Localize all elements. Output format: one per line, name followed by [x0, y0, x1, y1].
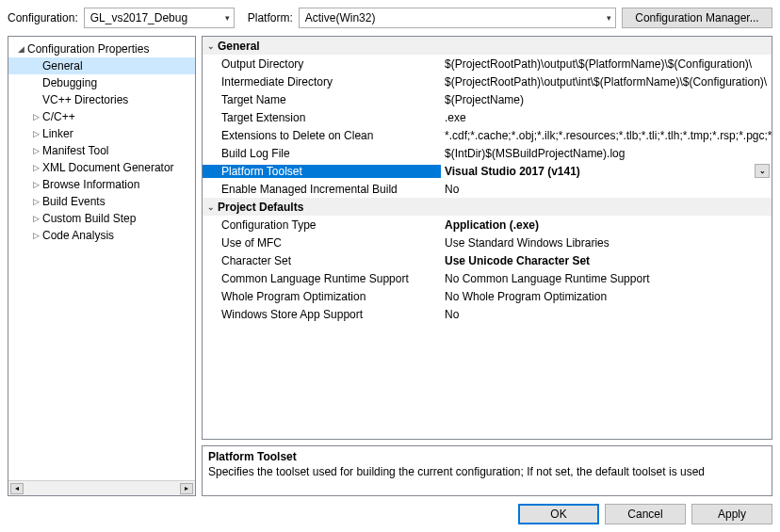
property-row[interactable]: Platform ToolsetVisual Studio 2017 (v141… [203, 162, 772, 180]
property-value[interactable]: $(ProjectRootPath)\output\int\$(Platform… [441, 75, 772, 89]
property-row[interactable]: Build Log File$(IntDir)$(MSBuildProjectN… [203, 144, 772, 162]
property-value[interactable]: .exe [441, 111, 772, 124]
tree-item[interactable]: ▷Build Events [8, 193, 195, 210]
property-value[interactable]: Use Unicode Character Set [441, 254, 772, 267]
property-value[interactable]: Application (.exe) [441, 218, 772, 232]
platform-label: Platform: [248, 11, 293, 24]
tree-item[interactable]: ▷Manifest Tool [8, 142, 195, 159]
category-label: Project Defaults [218, 201, 303, 214]
tree-item[interactable]: ▷Browse Information [8, 176, 195, 193]
dropdown-button[interactable]: ⌄ [755, 164, 770, 178]
expand-icon[interactable]: ▷ [29, 163, 42, 172]
expand-icon[interactable]: ▷ [29, 112, 42, 121]
property-row[interactable]: Whole Program OptimizationNo Whole Progr… [203, 287, 772, 305]
collapse-icon[interactable]: ⌄ [204, 202, 218, 212]
property-name: Extensions to Delete on Clean [203, 129, 441, 142]
configuration-value: GL_vs2017_Debug [90, 11, 187, 24]
property-grid[interactable]: ⌄GeneralOutput Directory$(ProjectRootPat… [202, 36, 772, 440]
tree-item[interactable]: ▷Debugging [8, 74, 195, 91]
platform-combo[interactable]: Active(Win32) ▾ [299, 8, 616, 28]
expand-icon[interactable]: ▷ [29, 129, 42, 138]
expand-icon[interactable]: ▷ [29, 180, 42, 189]
collapse-icon[interactable]: ⌄ [204, 41, 218, 51]
property-row[interactable]: Character SetUse Unicode Character Set [203, 251, 772, 269]
property-row[interactable]: Output Directory$(ProjectRootPath)\outpu… [203, 55, 772, 73]
tree[interactable]: ◢ Configuration Properties ▷General▷Debu… [8, 37, 195, 480]
description-text: Specifies the toolset used for building … [208, 465, 766, 478]
property-name: Target Name [203, 93, 441, 106]
category-header[interactable]: ⌄Project Defaults [203, 198, 772, 216]
tree-item-label: VC++ Directories [42, 93, 128, 106]
property-row[interactable]: Configuration TypeApplication (.exe) [203, 216, 772, 234]
expand-icon[interactable]: ▷ [29, 146, 42, 155]
property-value[interactable]: $(IntDir)$(MSBuildProjectName).log [441, 147, 772, 160]
tree-item-label: Build Events [42, 195, 106, 208]
property-row[interactable]: Enable Managed Incremental BuildNo [203, 180, 772, 198]
configuration-label: Configuration: [8, 11, 78, 24]
property-value[interactable]: *.cdf;*.cache;*.obj;*.ilk;*.resources;*.… [441, 129, 772, 142]
tree-item-label: General [42, 59, 83, 73]
property-name: Configuration Type [203, 218, 441, 232]
property-value[interactable]: Use Standard Windows Libraries [441, 236, 772, 250]
property-row[interactable]: Intermediate Directory$(ProjectRootPath)… [203, 73, 772, 90]
property-value[interactable]: No Whole Program Optimization [441, 290, 772, 303]
expand-icon[interactable]: ▷ [29, 214, 42, 223]
configuration-manager-button[interactable]: Configuration Manager... [622, 8, 772, 28]
property-name: Windows Store App Support [203, 308, 441, 321]
property-name: Build Log File [203, 147, 441, 160]
tree-item[interactable]: ▷General [8, 57, 195, 74]
property-row[interactable]: Windows Store App SupportNo [203, 305, 772, 323]
property-value[interactable]: $(ProjectRootPath)\output\$(PlatformName… [441, 57, 772, 71]
tree-item[interactable]: ▷VC++ Directories [8, 91, 195, 108]
collapse-icon[interactable]: ◢ [14, 44, 27, 54]
property-value[interactable]: No Common Language Runtime Support [441, 272, 772, 285]
tree-item-label: Debugging [42, 76, 97, 89]
tree-item[interactable]: ▷Custom Build Step [8, 210, 195, 227]
property-row[interactable]: Use of MFCUse Standard Windows Libraries [203, 234, 772, 251]
tree-item-label: C/C++ [42, 110, 75, 123]
property-name: Use of MFC [203, 236, 441, 250]
tree-item-label: Browse Information [42, 178, 139, 191]
expand-icon[interactable]: ▷ [29, 197, 42, 206]
scroll-left-button[interactable]: ◂ [10, 483, 24, 494]
property-value[interactable]: Visual Studio 2017 (v141)⌄ [441, 164, 772, 178]
chevron-down-icon: ▾ [607, 13, 611, 23]
tree-root[interactable]: ◢ Configuration Properties [8, 40, 195, 57]
tree-item-label: Linker [42, 127, 73, 140]
tree-item[interactable]: ▷Code Analysis [8, 227, 195, 244]
property-value[interactable]: No [441, 183, 772, 196]
tree-item-label: Custom Build Step [42, 212, 136, 225]
property-name: Target Extension [203, 111, 441, 124]
property-value[interactable]: No [441, 308, 772, 321]
category-header[interactable]: ⌄General [203, 37, 772, 55]
cancel-button[interactable]: Cancel [605, 504, 686, 524]
tree-horizontal-scrollbar[interactable]: ◂ ▸ [8, 480, 195, 495]
footer: OK Cancel Apply [8, 504, 772, 524]
property-row[interactable]: Extensions to Delete on Clean*.cdf;*.cac… [203, 126, 772, 144]
tree-item-label: Manifest Tool [42, 144, 108, 157]
chevron-down-icon: ▾ [225, 13, 230, 23]
ok-button[interactable]: OK [518, 504, 599, 524]
expand-icon[interactable]: ▷ [29, 231, 42, 240]
platform-value: Active(Win32) [305, 11, 376, 24]
property-name: Output Directory [203, 57, 441, 71]
property-value[interactable]: $(ProjectName) [441, 93, 772, 106]
toolbar: Configuration: GL_vs2017_Debug ▾ Platfor… [8, 8, 772, 28]
apply-button[interactable]: Apply [691, 504, 772, 524]
tree-item[interactable]: ▷XML Document Generator [8, 159, 195, 176]
property-name: Enable Managed Incremental Build [203, 183, 441, 196]
tree-item-label: XML Document Generator [42, 161, 174, 174]
property-name: Intermediate Directory [203, 75, 441, 89]
scroll-right-button[interactable]: ▸ [180, 483, 193, 494]
property-row[interactable]: Target Extension.exe [203, 108, 772, 126]
property-name: Common Language Runtime Support [203, 272, 441, 285]
tree-item-label: Code Analysis [42, 229, 114, 242]
tree-item[interactable]: ▷C/C++ [8, 108, 195, 125]
tree-panel: ◢ Configuration Properties ▷General▷Debu… [8, 36, 196, 496]
configuration-combo[interactable]: GL_vs2017_Debug ▾ [84, 8, 235, 28]
property-row[interactable]: Target Name$(ProjectName) [203, 90, 772, 108]
property-row[interactable]: Common Language Runtime SupportNo Common… [203, 269, 772, 287]
tree-root-label: Configuration Properties [27, 42, 149, 56]
tree-item[interactable]: ▷Linker [8, 125, 195, 142]
category-label: General [218, 40, 260, 53]
